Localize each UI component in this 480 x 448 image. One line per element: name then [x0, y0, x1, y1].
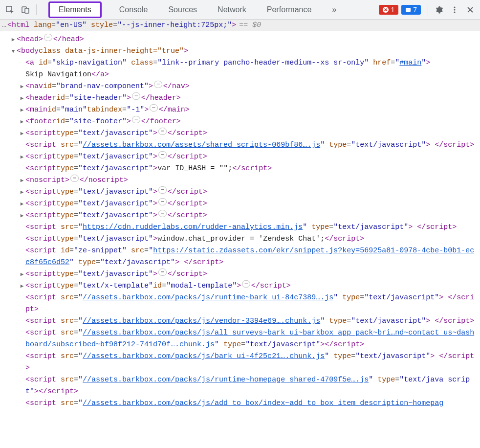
- script-src-link[interactable]: //assets.barkbox.com/packs/js/vendor-339…: [83, 317, 320, 325]
- close-icon[interactable]: [462, 2, 478, 18]
- node-script-packs[interactable]: <script src="//assets.barkbox.com/packs/…: [1, 315, 478, 327]
- node-script-xtemplate[interactable]: ▶ <script type="text/x-template" id="mod…: [1, 280, 478, 292]
- node-script[interactable]: ▶ <script type="text/javascript">⋯</scri…: [1, 151, 478, 163]
- node-script-zendesk-text[interactable]: <script type="text/javascript"> window.c…: [1, 233, 478, 245]
- issue-count: 7: [413, 6, 417, 14]
- node-script-packs[interactable]: <script src="//assets.barkbox.com/packs/…: [1, 398, 478, 409]
- dom-tree[interactable]: ▶ <head>⋯</head> ▼ <body class data-js-i…: [0, 31, 480, 412]
- devtools-toolbar: Elements Console Sources Network Perform…: [0, 0, 480, 20]
- anchor-href-link[interactable]: #main: [399, 59, 421, 67]
- tab-elements[interactable]: Elements: [48, 1, 102, 18]
- node-header[interactable]: ▶ <header id="site-header">⋯</header>: [1, 92, 478, 104]
- expand-toggle-icon[interactable]: ▶: [19, 175, 25, 186]
- node-body[interactable]: ▼ <body class data-js-inner-height="true…: [1, 45, 478, 57]
- body-attrs: class data-js-inner-height="true": [39, 45, 184, 57]
- node-script[interactable]: ▶ <script type="text/javascript">⋯</scri…: [1, 210, 478, 222]
- expand-toggle-icon[interactable]: ▶: [19, 92, 25, 104]
- separator: [36, 4, 37, 15]
- tab-network[interactable]: Network: [215, 0, 249, 19]
- node-script-packs[interactable]: <script src="//assets.barkbox.com/packs/…: [1, 292, 478, 315]
- html-lang-value: en-US: [60, 21, 82, 29]
- collapsed-ellipsis-icon[interactable]: ⋯: [44, 34, 52, 41]
- error-count-badge[interactable]: 1: [379, 5, 398, 15]
- expand-toggle-icon[interactable]: ▼: [10, 45, 17, 57]
- expand-toggle-icon[interactable]: ▶: [19, 81, 25, 92]
- settings-gear-icon[interactable]: [431, 2, 447, 18]
- node-script-idhash[interactable]: <script type="text/javascript"> var ID_H…: [1, 163, 478, 175]
- expand-toggle-icon[interactable]: ▶: [19, 280, 25, 292]
- svg-rect-6: [407, 10, 410, 10]
- svg-rect-2: [25, 8, 29, 13]
- expand-toggle-icon[interactable]: ▶: [19, 104, 25, 116]
- node-main[interactable]: ▶ <main id="main" tabindex="-1">⋯</main>: [1, 104, 478, 116]
- expand-toggle-icon[interactable]: ▶: [10, 34, 17, 45]
- node-footer[interactable]: ▶ <footer id="site-footer">⋯</footer>: [1, 116, 478, 128]
- script-src-link[interactable]: //assets.barkbox.com/packs/js/bark_ui-4f…: [83, 352, 325, 360]
- script-src-link[interactable]: //assets.barkbox.com/packs/js/runtime~ho…: [83, 376, 369, 384]
- node-anchor-text[interactable]: Skip Navigation</a>: [1, 69, 478, 81]
- node-script[interactable]: ▶ <script type="text/javascript">⋯</scri…: [1, 198, 478, 210]
- expand-toggle-icon[interactable]: ▶: [19, 128, 25, 139]
- tab-console[interactable]: Console: [116, 0, 151, 19]
- script-src-link[interactable]: //assets.barkbox.com/assets/shared_scrip…: [83, 141, 320, 149]
- kebab-menu-icon[interactable]: [447, 2, 462, 18]
- tab-sources[interactable]: Sources: [165, 0, 200, 19]
- svg-point-8: [454, 9, 455, 10]
- svg-point-9: [454, 11, 455, 13]
- tab-performance[interactable]: Performance: [264, 0, 315, 19]
- node-nav[interactable]: ▶ <nav id="brand-nav-component">⋯</nav>: [1, 81, 478, 92]
- panel-tabs: Elements Console Sources Network Perform…: [48, 0, 339, 19]
- node-script-packs[interactable]: <script src="//assets.barkbox.com/packs/…: [1, 351, 478, 374]
- selected-node-header[interactable]: … <html lang="en-US" style="--js-inner-h…: [0, 20, 480, 31]
- node-script-ze-snippet[interactable]: <script id="ze-snippet" src="https://sta…: [1, 245, 478, 269]
- expand-toggle-icon[interactable]: ▶: [19, 186, 25, 198]
- node-head[interactable]: ▶ <head>⋯</head>: [1, 34, 478, 45]
- html-style-value: --js-inner-height:725px;: [122, 21, 227, 29]
- expand-toggle-icon[interactable]: ▶: [19, 198, 25, 210]
- inspect-element-icon[interactable]: [2, 2, 18, 18]
- expand-toggle-icon[interactable]: ▶: [19, 151, 25, 163]
- node-script-src[interactable]: <script src="//assets.barkbox.com/assets…: [1, 139, 478, 151]
- expand-toggle-icon[interactable]: ▶: [19, 116, 25, 128]
- node-script[interactable]: ▶ <script type="text/javascript">⋯</scri…: [1, 269, 478, 280]
- node-script-packs[interactable]: <script src="//assets.barkbox.com/packs/…: [1, 374, 478, 398]
- svg-point-7: [454, 6, 455, 8]
- separator: [428, 4, 428, 15]
- node-script-packs[interactable]: <script src="//assets.barkbox.com/packs/…: [1, 327, 478, 351]
- script-src-link[interactable]: //assets.barkbox.com/packs/js/add_to_box…: [83, 399, 443, 407]
- node-anchor[interactable]: <a id="skip-navigation" class="link--pri…: [1, 57, 478, 69]
- ellipsis-icon: …: [1, 21, 7, 29]
- svg-rect-5: [407, 9, 410, 9]
- script-src-link[interactable]: https://cdn.rudderlabs.com/rudder-analyt…: [83, 223, 303, 231]
- node-script[interactable]: ▶ <script type="text/javascript">⋯</scri…: [1, 186, 478, 198]
- error-count: 1: [391, 6, 394, 14]
- expand-toggle-icon[interactable]: ▶: [19, 269, 25, 280]
- expand-toggle-icon[interactable]: ▶: [19, 210, 25, 222]
- tab-more[interactable]: »: [329, 0, 339, 19]
- node-script[interactable]: ▶ <script type="text/javascript">⋯</scri…: [1, 128, 478, 139]
- device-toggle-icon[interactable]: [18, 2, 33, 18]
- script-src-link[interactable]: //assets.barkbox.com/packs/js/runtime~ba…: [83, 293, 333, 302]
- node-noscript[interactable]: ▶ <noscript>⋯</noscript>: [1, 175, 478, 186]
- issue-count-badge[interactable]: 7: [401, 5, 421, 15]
- node-script-rudder[interactable]: <script src="https://cdn.rudderlabs.com/…: [1, 222, 478, 233]
